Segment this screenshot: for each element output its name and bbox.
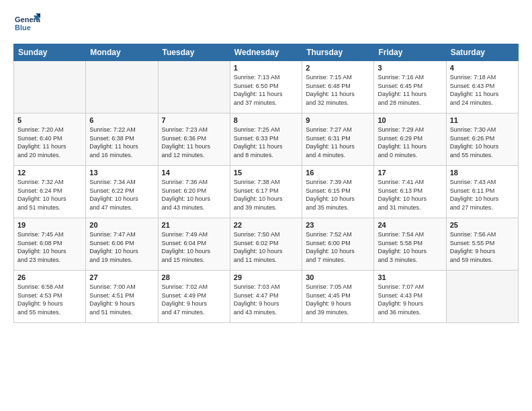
day-number: 14 bbox=[162, 169, 226, 177]
day-info: Sunrise: 7:23 AM Sunset: 6:36 PM Dayligh… bbox=[162, 126, 226, 159]
day-info: Sunrise: 7:45 AM Sunset: 6:08 PM Dayligh… bbox=[17, 230, 82, 264]
calendar-cell: 22Sunrise: 7:50 AM Sunset: 6:02 PM Dayli… bbox=[230, 218, 302, 271]
day-number: 4 bbox=[450, 64, 515, 72]
calendar-cell: 1Sunrise: 7:13 AM Sunset: 6:50 PM Daylig… bbox=[230, 61, 302, 113]
day-number: 6 bbox=[89, 116, 154, 124]
calendar-cell: 17Sunrise: 7:41 AM Sunset: 6:13 PM Dayli… bbox=[374, 166, 446, 218]
day-info: Sunrise: 7:16 AM Sunset: 6:45 PM Dayligh… bbox=[378, 73, 442, 107]
weekday-header: Saturday bbox=[446, 44, 518, 61]
day-number: 11 bbox=[450, 116, 515, 124]
page-container: General Blue SundayMondayTuesdayWednesda… bbox=[0, 0, 532, 411]
day-number: 19 bbox=[17, 221, 82, 229]
calendar-cell: 18Sunrise: 7:43 AM Sunset: 6:11 PM Dayli… bbox=[446, 166, 518, 218]
calendar-week-row: 1Sunrise: 7:13 AM Sunset: 6:50 PM Daylig… bbox=[14, 61, 519, 113]
logo: General Blue bbox=[13, 10, 43, 37]
day-info: Sunrise: 7:30 AM Sunset: 6:26 PM Dayligh… bbox=[450, 126, 515, 159]
day-number: 27 bbox=[89, 273, 154, 281]
calendar-cell: 12Sunrise: 7:32 AM Sunset: 6:24 PM Dayli… bbox=[14, 166, 86, 218]
calendar-week-row: 5Sunrise: 7:20 AM Sunset: 6:40 PM Daylig… bbox=[14, 113, 519, 166]
calendar-cell: 6Sunrise: 7:22 AM Sunset: 6:38 PM Daylig… bbox=[86, 113, 158, 166]
day-number: 31 bbox=[378, 273, 442, 281]
calendar-cell: 5Sunrise: 7:20 AM Sunset: 6:40 PM Daylig… bbox=[14, 113, 86, 166]
day-number: 25 bbox=[450, 221, 515, 229]
day-number: 30 bbox=[306, 273, 370, 281]
day-number: 12 bbox=[17, 169, 82, 177]
calendar-week-row: 26Sunrise: 6:58 AM Sunset: 4:53 PM Dayli… bbox=[14, 271, 519, 323]
day-number: 8 bbox=[234, 116, 298, 124]
calendar-cell bbox=[14, 61, 86, 113]
svg-text:Blue: Blue bbox=[15, 24, 31, 32]
day-info: Sunrise: 7:56 AM Sunset: 5:55 PM Dayligh… bbox=[450, 230, 515, 264]
day-info: Sunrise: 7:25 AM Sunset: 6:33 PM Dayligh… bbox=[234, 126, 298, 159]
calendar-cell: 2Sunrise: 7:15 AM Sunset: 6:48 PM Daylig… bbox=[302, 61, 374, 113]
day-info: Sunrise: 7:05 AM Sunset: 4:45 PM Dayligh… bbox=[306, 283, 370, 316]
calendar-cell: 16Sunrise: 7:39 AM Sunset: 6:15 PM Dayli… bbox=[302, 166, 374, 218]
calendar-cell: 26Sunrise: 6:58 AM Sunset: 4:53 PM Dayli… bbox=[14, 271, 86, 323]
day-info: Sunrise: 7:27 AM Sunset: 6:31 PM Dayligh… bbox=[306, 126, 370, 159]
calendar-week-row: 19Sunrise: 7:45 AM Sunset: 6:08 PM Dayli… bbox=[14, 218, 519, 271]
calendar-cell: 10Sunrise: 7:29 AM Sunset: 6:29 PM Dayli… bbox=[374, 113, 446, 166]
day-number: 20 bbox=[89, 221, 154, 229]
calendar-cell: 20Sunrise: 7:47 AM Sunset: 6:06 PM Dayli… bbox=[86, 218, 158, 271]
calendar-cell: 23Sunrise: 7:52 AM Sunset: 6:00 PM Dayli… bbox=[302, 218, 374, 271]
day-number: 16 bbox=[306, 169, 370, 177]
day-info: Sunrise: 7:52 AM Sunset: 6:00 PM Dayligh… bbox=[306, 230, 370, 264]
day-info: Sunrise: 7:00 AM Sunset: 4:51 PM Dayligh… bbox=[89, 283, 154, 316]
day-info: Sunrise: 7:39 AM Sunset: 6:15 PM Dayligh… bbox=[306, 178, 370, 212]
day-info: Sunrise: 7:50 AM Sunset: 6:02 PM Dayligh… bbox=[234, 230, 298, 264]
day-number: 1 bbox=[234, 64, 298, 72]
day-number: 13 bbox=[89, 169, 154, 177]
calendar-cell: 28Sunrise: 7:02 AM Sunset: 4:49 PM Dayli… bbox=[158, 271, 230, 323]
calendar-cell: 11Sunrise: 7:30 AM Sunset: 6:26 PM Dayli… bbox=[446, 113, 518, 166]
calendar-cell: 27Sunrise: 7:00 AM Sunset: 4:51 PM Dayli… bbox=[86, 271, 158, 323]
calendar-cell: 4Sunrise: 7:18 AM Sunset: 6:43 PM Daylig… bbox=[446, 61, 518, 113]
day-info: Sunrise: 6:58 AM Sunset: 4:53 PM Dayligh… bbox=[17, 283, 82, 316]
calendar-cell: 8Sunrise: 7:25 AM Sunset: 6:33 PM Daylig… bbox=[230, 113, 302, 166]
day-info: Sunrise: 7:02 AM Sunset: 4:49 PM Dayligh… bbox=[162, 283, 226, 316]
day-info: Sunrise: 7:43 AM Sunset: 6:11 PM Dayligh… bbox=[450, 178, 515, 212]
day-number: 22 bbox=[234, 221, 298, 229]
calendar-cell: 9Sunrise: 7:27 AM Sunset: 6:31 PM Daylig… bbox=[302, 113, 374, 166]
day-number: 23 bbox=[306, 221, 370, 229]
day-number: 21 bbox=[162, 221, 226, 229]
day-info: Sunrise: 7:32 AM Sunset: 6:24 PM Dayligh… bbox=[17, 178, 82, 212]
day-info: Sunrise: 7:49 AM Sunset: 6:04 PM Dayligh… bbox=[162, 230, 226, 264]
day-number: 17 bbox=[378, 169, 442, 177]
day-info: Sunrise: 7:20 AM Sunset: 6:40 PM Dayligh… bbox=[17, 126, 82, 159]
calendar-table: SundayMondayTuesdayWednesdayThursdayFrid… bbox=[13, 44, 519, 323]
day-info: Sunrise: 7:15 AM Sunset: 6:48 PM Dayligh… bbox=[306, 73, 370, 107]
day-info: Sunrise: 7:34 AM Sunset: 6:22 PM Dayligh… bbox=[89, 178, 154, 212]
day-number: 7 bbox=[162, 116, 226, 124]
weekday-header: Sunday bbox=[14, 44, 86, 61]
calendar-cell: 13Sunrise: 7:34 AM Sunset: 6:22 PM Dayli… bbox=[86, 166, 158, 218]
day-info: Sunrise: 7:41 AM Sunset: 6:13 PM Dayligh… bbox=[378, 178, 442, 212]
calendar-cell bbox=[446, 271, 518, 323]
day-number: 10 bbox=[378, 116, 442, 124]
day-info: Sunrise: 7:22 AM Sunset: 6:38 PM Dayligh… bbox=[89, 126, 154, 159]
day-number: 9 bbox=[306, 116, 370, 124]
day-info: Sunrise: 7:38 AM Sunset: 6:17 PM Dayligh… bbox=[234, 178, 298, 212]
calendar-header-row: SundayMondayTuesdayWednesdayThursdayFrid… bbox=[14, 44, 519, 61]
calendar-cell bbox=[158, 61, 230, 113]
day-number: 2 bbox=[306, 64, 370, 72]
calendar-cell: 24Sunrise: 7:54 AM Sunset: 5:58 PM Dayli… bbox=[374, 218, 446, 271]
calendar-cell: 21Sunrise: 7:49 AM Sunset: 6:04 PM Dayli… bbox=[158, 218, 230, 271]
header: General Blue bbox=[13, 10, 519, 37]
day-number: 28 bbox=[162, 273, 226, 281]
calendar-cell: 15Sunrise: 7:38 AM Sunset: 6:17 PM Dayli… bbox=[230, 166, 302, 218]
weekday-header: Wednesday bbox=[230, 44, 302, 61]
day-number: 24 bbox=[378, 221, 442, 229]
calendar-cell: 29Sunrise: 7:03 AM Sunset: 4:47 PM Dayli… bbox=[230, 271, 302, 323]
weekday-header: Friday bbox=[374, 44, 446, 61]
weekday-header: Thursday bbox=[302, 44, 374, 61]
day-info: Sunrise: 7:03 AM Sunset: 4:47 PM Dayligh… bbox=[234, 283, 298, 316]
day-info: Sunrise: 7:47 AM Sunset: 6:06 PM Dayligh… bbox=[89, 230, 154, 264]
calendar-cell: 7Sunrise: 7:23 AM Sunset: 6:36 PM Daylig… bbox=[158, 113, 230, 166]
day-info: Sunrise: 7:54 AM Sunset: 5:58 PM Dayligh… bbox=[378, 230, 442, 264]
calendar-body: 1Sunrise: 7:13 AM Sunset: 6:50 PM Daylig… bbox=[14, 61, 519, 323]
weekday-header: Tuesday bbox=[158, 44, 230, 61]
day-number: 3 bbox=[378, 64, 442, 72]
calendar-cell: 30Sunrise: 7:05 AM Sunset: 4:45 PM Dayli… bbox=[302, 271, 374, 323]
logo-icon: General Blue bbox=[13, 10, 40, 37]
day-info: Sunrise: 7:13 AM Sunset: 6:50 PM Dayligh… bbox=[234, 73, 298, 107]
